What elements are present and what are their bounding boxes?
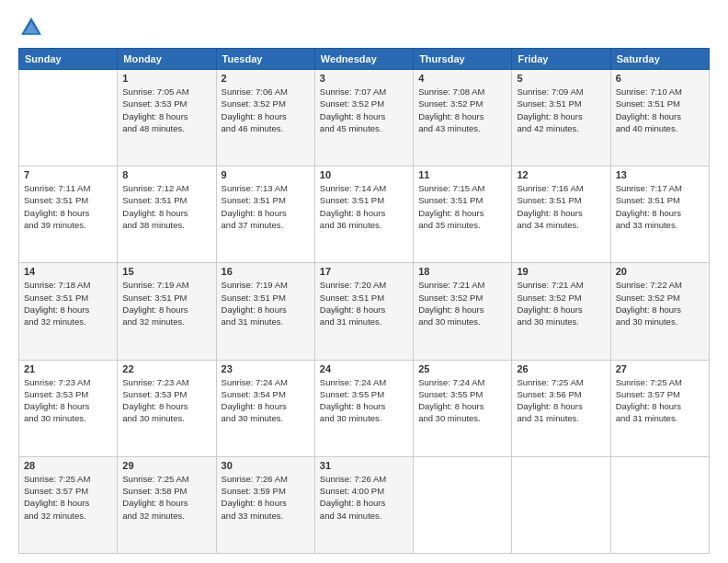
calendar-week-3: 14Sunrise: 7:18 AMSunset: 3:51 PMDayligh…	[19, 263, 710, 360]
calendar-cell: 18Sunrise: 7:21 AMSunset: 3:52 PMDayligh…	[414, 263, 512, 360]
day-info: Sunrise: 7:26 AMSunset: 3:59 PMDaylight:…	[222, 473, 310, 522]
day-info: Sunrise: 7:21 AMSunset: 3:52 PMDaylight:…	[418, 279, 506, 327]
day-info: Sunrise: 7:24 AMSunset: 3:55 PMDaylight:…	[418, 376, 506, 425]
header-cell-monday: Monday	[118, 49, 216, 70]
calendar-cell: 29Sunrise: 7:25 AMSunset: 3:58 PMDayligh…	[118, 456, 216, 553]
calendar-cell: 27Sunrise: 7:25 AMSunset: 3:57 PMDayligh…	[610, 360, 709, 456]
calendar-week-1: 1Sunrise: 7:05 AMSunset: 3:53 PMDaylight…	[19, 70, 710, 167]
calendar-cell: 5Sunrise: 7:09 AMSunset: 3:51 PMDaylight…	[512, 70, 610, 167]
day-number: 20	[616, 266, 704, 277]
calendar-cell	[19, 70, 118, 167]
header-cell-thursday: Thursday	[414, 49, 512, 70]
header-row: SundayMondayTuesdayWednesdayThursdayFrid…	[19, 49, 710, 70]
calendar-cell: 3Sunrise: 7:07 AMSunset: 3:52 PMDaylight…	[314, 70, 413, 167]
calendar-cell: 17Sunrise: 7:20 AMSunset: 3:51 PMDayligh…	[314, 263, 413, 360]
calendar-header: SundayMondayTuesdayWednesdayThursdayFrid…	[19, 49, 710, 70]
calendar-page: SundayMondayTuesdayWednesdayThursdayFrid…	[0, 0, 728, 563]
day-number: 18	[418, 266, 506, 277]
day-info: Sunrise: 7:08 AMSunset: 3:52 PMDaylight:…	[418, 86, 506, 134]
calendar-cell: 1Sunrise: 7:05 AMSunset: 3:53 PMDaylight…	[118, 70, 216, 167]
day-number: 3	[320, 73, 408, 84]
day-info: Sunrise: 7:10 AMSunset: 3:51 PMDaylight:…	[616, 86, 704, 134]
day-number: 19	[517, 266, 605, 277]
calendar-cell: 6Sunrise: 7:10 AMSunset: 3:51 PMDaylight…	[610, 70, 709, 167]
day-info: Sunrise: 7:23 AMSunset: 3:53 PMDaylight:…	[24, 376, 112, 425]
day-number: 15	[122, 266, 210, 277]
day-number: 23	[222, 363, 310, 374]
calendar-cell: 8Sunrise: 7:12 AMSunset: 3:51 PMDaylight…	[118, 167, 216, 263]
header-cell-sunday: Sunday	[19, 49, 118, 70]
header-cell-friday: Friday	[512, 49, 610, 70]
day-info: Sunrise: 7:12 AMSunset: 3:51 PMDaylight:…	[122, 182, 210, 231]
day-number: 22	[122, 363, 210, 374]
calendar-cell: 23Sunrise: 7:24 AMSunset: 3:54 PMDayligh…	[216, 360, 314, 456]
calendar-cell	[512, 456, 610, 553]
calendar-cell: 20Sunrise: 7:22 AMSunset: 3:52 PMDayligh…	[610, 263, 709, 360]
day-info: Sunrise: 7:15 AMSunset: 3:51 PMDaylight:…	[418, 182, 506, 231]
day-number: 16	[222, 266, 310, 277]
calendar-cell: 16Sunrise: 7:19 AMSunset: 3:51 PMDayligh…	[216, 263, 314, 360]
day-number: 27	[616, 363, 704, 374]
day-info: Sunrise: 7:26 AMSunset: 4:00 PMDaylight:…	[320, 473, 408, 522]
day-info: Sunrise: 7:24 AMSunset: 3:54 PMDaylight:…	[222, 376, 310, 425]
day-number: 29	[122, 460, 210, 471]
day-number: 2	[222, 73, 310, 84]
day-info: Sunrise: 7:25 AMSunset: 3:57 PMDaylight:…	[616, 376, 704, 425]
header-cell-tuesday: Tuesday	[216, 49, 314, 70]
calendar-cell: 19Sunrise: 7:21 AMSunset: 3:52 PMDayligh…	[512, 263, 610, 360]
day-number: 5	[517, 73, 605, 84]
calendar-cell: 28Sunrise: 7:25 AMSunset: 3:57 PMDayligh…	[19, 456, 118, 553]
day-number: 12	[517, 169, 605, 180]
day-info: Sunrise: 7:17 AMSunset: 3:51 PMDaylight:…	[616, 182, 704, 231]
logo	[18, 15, 48, 40]
day-info: Sunrise: 7:19 AMSunset: 3:51 PMDaylight:…	[222, 279, 310, 327]
calendar-cell: 26Sunrise: 7:25 AMSunset: 3:56 PMDayligh…	[512, 360, 610, 456]
header-cell-saturday: Saturday	[610, 49, 709, 70]
calendar-cell: 21Sunrise: 7:23 AMSunset: 3:53 PMDayligh…	[19, 360, 118, 456]
calendar-week-2: 7Sunrise: 7:11 AMSunset: 3:51 PMDaylight…	[19, 167, 710, 263]
day-info: Sunrise: 7:16 AMSunset: 3:51 PMDaylight:…	[517, 182, 605, 231]
day-number: 7	[24, 169, 112, 180]
day-info: Sunrise: 7:19 AMSunset: 3:51 PMDaylight:…	[122, 279, 210, 327]
calendar-cell: 9Sunrise: 7:13 AMSunset: 3:51 PMDaylight…	[216, 167, 314, 263]
day-number: 14	[24, 266, 112, 277]
calendar-cell: 2Sunrise: 7:06 AMSunset: 3:52 PMDaylight…	[216, 70, 314, 167]
calendar-cell: 12Sunrise: 7:16 AMSunset: 3:51 PMDayligh…	[512, 167, 610, 263]
calendar-week-4: 21Sunrise: 7:23 AMSunset: 3:53 PMDayligh…	[19, 360, 710, 456]
day-number: 28	[24, 460, 112, 471]
header-cell-wednesday: Wednesday	[314, 49, 413, 70]
day-number: 9	[222, 169, 310, 180]
day-info: Sunrise: 7:24 AMSunset: 3:55 PMDaylight:…	[320, 376, 408, 425]
day-number: 10	[320, 169, 408, 180]
calendar-cell: 4Sunrise: 7:08 AMSunset: 3:52 PMDaylight…	[414, 70, 512, 167]
calendar-table: SundayMondayTuesdayWednesdayThursdayFrid…	[18, 48, 710, 554]
day-number: 21	[24, 363, 112, 374]
day-number: 26	[517, 363, 605, 374]
day-number: 1	[122, 73, 210, 84]
day-info: Sunrise: 7:09 AMSunset: 3:51 PMDaylight:…	[517, 86, 605, 134]
calendar-cell: 30Sunrise: 7:26 AMSunset: 3:59 PMDayligh…	[216, 456, 314, 553]
day-number: 4	[418, 73, 506, 84]
day-info: Sunrise: 7:25 AMSunset: 3:58 PMDaylight:…	[122, 473, 210, 522]
calendar-body: 1Sunrise: 7:05 AMSunset: 3:53 PMDaylight…	[19, 70, 710, 554]
day-info: Sunrise: 7:18 AMSunset: 3:51 PMDaylight:…	[24, 279, 112, 327]
calendar-cell: 11Sunrise: 7:15 AMSunset: 3:51 PMDayligh…	[414, 167, 512, 263]
calendar-cell: 22Sunrise: 7:23 AMSunset: 3:53 PMDayligh…	[118, 360, 216, 456]
day-info: Sunrise: 7:13 AMSunset: 3:51 PMDaylight:…	[222, 182, 310, 231]
calendar-cell: 13Sunrise: 7:17 AMSunset: 3:51 PMDayligh…	[610, 167, 709, 263]
calendar-cell: 15Sunrise: 7:19 AMSunset: 3:51 PMDayligh…	[118, 263, 216, 360]
logo-icon	[18, 15, 44, 40]
day-number: 25	[418, 363, 506, 374]
day-info: Sunrise: 7:05 AMSunset: 3:53 PMDaylight:…	[122, 86, 210, 134]
day-number: 24	[320, 363, 408, 374]
day-info: Sunrise: 7:07 AMSunset: 3:52 PMDaylight:…	[320, 86, 408, 134]
day-number: 17	[320, 266, 408, 277]
calendar-cell: 25Sunrise: 7:24 AMSunset: 3:55 PMDayligh…	[414, 360, 512, 456]
day-number: 8	[122, 169, 210, 180]
day-number: 13	[616, 169, 704, 180]
calendar-cell: 14Sunrise: 7:18 AMSunset: 3:51 PMDayligh…	[19, 263, 118, 360]
day-number: 6	[616, 73, 704, 84]
calendar-cell	[610, 456, 709, 553]
calendar-cell: 10Sunrise: 7:14 AMSunset: 3:51 PMDayligh…	[314, 167, 413, 263]
calendar-cell: 7Sunrise: 7:11 AMSunset: 3:51 PMDaylight…	[19, 167, 118, 263]
